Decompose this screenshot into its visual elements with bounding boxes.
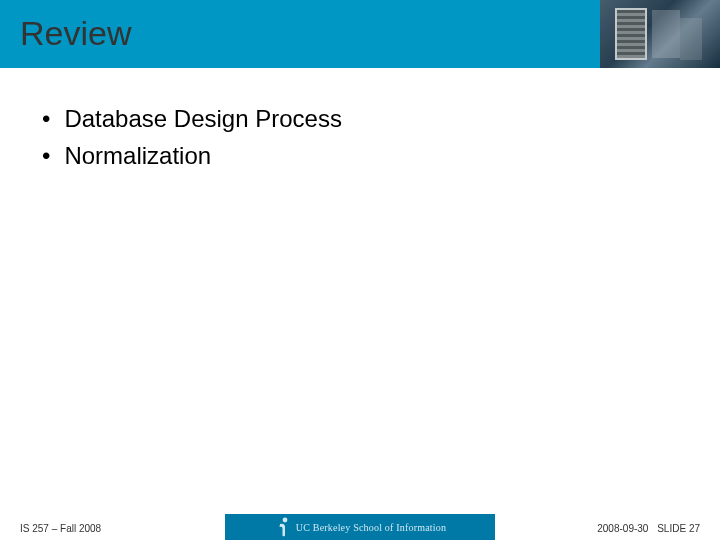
footer-slide-number: 27 bbox=[689, 523, 700, 534]
bullet-dot-icon: • bbox=[42, 100, 50, 137]
footer-course-label: IS 257 – Fall 2008 bbox=[20, 523, 101, 534]
bullet-item: • Normalization bbox=[42, 137, 680, 174]
slide-title: Review bbox=[20, 14, 131, 53]
bullet-dot-icon: • bbox=[42, 137, 50, 174]
footer-slide-info: 2008-09-30 SLIDE 27 bbox=[597, 523, 700, 534]
ischool-logo-icon bbox=[274, 517, 290, 537]
bullet-item: • Database Design Process bbox=[42, 100, 680, 137]
footer-institution-badge: UC Berkeley School of Information bbox=[225, 514, 495, 540]
svg-point-0 bbox=[282, 518, 287, 523]
bullet-text: Database Design Process bbox=[64, 100, 341, 137]
footer-slide-label: SLIDE bbox=[657, 523, 686, 534]
footer: IS 257 – Fall 2008 UC Berkeley School of… bbox=[0, 514, 720, 540]
footer-date: 2008-09-30 bbox=[597, 523, 648, 534]
header-decorative-image bbox=[600, 0, 720, 68]
footer-institution-text: UC Berkeley School of Information bbox=[296, 522, 446, 533]
bullet-text: Normalization bbox=[64, 137, 211, 174]
slide-content: • Database Design Process • Normalizatio… bbox=[42, 100, 680, 174]
